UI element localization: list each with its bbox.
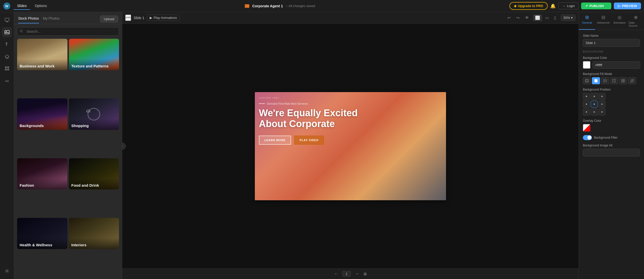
bg-color-input[interactable]	[592, 61, 640, 69]
overlay-color-swatch[interactable]	[583, 124, 590, 132]
nav-options[interactable]: Options	[31, 2, 50, 10]
slide-buttons: LEARN MORE PLAY VIDEO	[259, 136, 358, 145]
toggle-knob	[587, 136, 591, 140]
svg-point-12	[6, 270, 8, 272]
pos-bottom-left[interactable]	[583, 108, 590, 115]
list-item[interactable]: Health & Wellness	[17, 218, 67, 249]
photos-header: Stock Photos My Photos Upload	[14, 12, 122, 24]
tab-general[interactable]: ⊞ General	[579, 12, 595, 30]
nav-slides[interactable]: Slides	[14, 2, 30, 10]
device-buttons: ⬜ ▭ ▯	[533, 14, 558, 21]
undo-button[interactable]: ↩	[506, 14, 512, 21]
upload-button[interactable]: Upload	[100, 16, 118, 22]
icon-sidebar: T Aa	[0, 12, 14, 279]
slide-number: 1	[342, 271, 351, 277]
fill-mode-fit[interactable]	[583, 77, 591, 84]
list-item[interactable]: Fashion	[17, 158, 67, 190]
next-slide-button[interactable]: →	[355, 271, 359, 276]
pos-bottom-right[interactable]	[598, 108, 606, 115]
tab-my-photos[interactable]: My Photos	[43, 16, 60, 23]
pos-top-right[interactable]	[598, 93, 606, 100]
list-item[interactable]: Business and Work	[17, 39, 67, 70]
publish-button[interactable]: ↗ PUBLISH	[581, 3, 611, 9]
sidebar-item-typography[interactable]: Aa	[2, 75, 12, 86]
slide-name-input[interactable]	[583, 39, 640, 47]
bg-filter-toggle[interactable]	[583, 135, 592, 140]
more-options-button[interactable]: •••	[125, 15, 131, 21]
topbar-nav: Slides Options	[14, 2, 50, 10]
fill-mode-tile[interactable]	[619, 77, 627, 84]
pos-top-center[interactable]	[591, 93, 598, 100]
fill-modes	[583, 77, 640, 84]
play-animations-button[interactable]: ▶ Play Animations	[147, 15, 180, 21]
svg-rect-8	[7, 66, 9, 68]
preview-button[interactable]: ▷ PREVIEW	[614, 3, 641, 9]
bg-image-alt-input[interactable]	[583, 149, 640, 156]
slide-icon	[245, 4, 249, 8]
sidebar-item-settings[interactable]	[2, 266, 12, 276]
device-tablet[interactable]: ▭	[543, 14, 551, 21]
add-slide-button[interactable]: ⊕	[363, 271, 367, 277]
category-label: Texture and Patterns	[69, 59, 119, 70]
slide-canvas[interactable]: CONTENT AREA Demand First-Rate Best Serv…	[255, 92, 446, 200]
tab-animation[interactable]: ◎ Animation	[612, 12, 628, 30]
advanced-icon: ⊟	[601, 15, 605, 20]
fill-mode-fill[interactable]	[592, 77, 600, 84]
svg-rect-25	[632, 79, 634, 81]
category-label: Business and Work	[17, 59, 67, 70]
category-label: Backgrounds	[17, 118, 67, 130]
sidebar-item-media[interactable]	[2, 27, 12, 37]
list-item[interactable]: Interiors	[69, 218, 119, 249]
svg-rect-27	[632, 81, 634, 82]
sidebar-item-elements[interactable]	[2, 63, 12, 73]
list-item[interactable]: Food and Drink	[69, 158, 119, 190]
learn-more-button[interactable]: LEARN MORE	[259, 136, 291, 145]
pos-middle-right[interactable]	[598, 101, 606, 108]
tab-data-source[interactable]: ⊗ Data Source	[628, 12, 644, 30]
right-panel: ⊞ General ⊟ Advanced ◎ Animation ⊗ Data …	[579, 12, 644, 279]
search-box	[17, 27, 119, 36]
user-icon: →	[562, 4, 565, 8]
doc-title: Corporate Agent 1	[252, 4, 283, 8]
diamond-icon: ◆	[514, 4, 516, 8]
sidebar-item-layers[interactable]	[2, 51, 12, 61]
login-button[interactable]: → Login	[558, 3, 579, 9]
wordpress-logo[interactable]: W	[3, 2, 11, 10]
pos-middle-left[interactable]	[583, 101, 590, 108]
list-item[interactable]: Shopping	[69, 98, 119, 130]
list-item[interactable]: Texture and Patterns	[69, 39, 119, 70]
zoom-button[interactable]: 50% ▾	[561, 15, 576, 21]
bg-color-swatch[interactable]	[583, 61, 590, 69]
slide-text-block: Demand First-Rate Best Services We're Eq…	[259, 102, 358, 145]
redo-button[interactable]: ↪	[515, 14, 521, 21]
preview-slide-button[interactable]: 👁	[524, 15, 531, 21]
pos-bottom-center[interactable]	[591, 108, 598, 115]
device-desktop[interactable]: ⬜	[533, 14, 542, 21]
background-section-label: BACKGROUND	[583, 50, 640, 53]
svg-rect-23	[623, 81, 625, 82]
fill-mode-custom[interactable]	[628, 77, 636, 84]
tab-advanced[interactable]: ⊟ Advanced	[595, 12, 612, 30]
notifications-button[interactable]: 🔔	[550, 3, 556, 9]
list-item[interactable]: Backgrounds	[17, 98, 67, 130]
svg-rect-15	[586, 80, 588, 82]
bg-color-label: Background Color	[583, 56, 640, 60]
pos-middle-center[interactable]	[591, 101, 598, 108]
fill-mode-stretch[interactable]	[601, 77, 609, 84]
fill-mode-center[interactable]	[610, 77, 618, 84]
sidebar-item-text[interactable]: T	[2, 39, 12, 49]
bg-fill-mode-label: Background Fill Mode	[583, 72, 640, 76]
right-panel-tabs: ⊞ General ⊟ Advanced ◎ Animation ⊗ Data …	[579, 12, 644, 30]
tab-stock-photos[interactable]: Stock Photos	[18, 16, 39, 23]
device-mobile[interactable]: ▯	[552, 14, 558, 21]
prev-slide-button[interactable]: ←	[334, 271, 338, 276]
play-video-button[interactable]: PLAY VIDEO	[294, 136, 324, 145]
svg-rect-24	[631, 79, 632, 81]
upgrade-button[interactable]: ◆ Upgrade to PRO	[509, 2, 548, 10]
sidebar-item-slides[interactable]	[2, 15, 12, 25]
pos-top-left[interactable]	[583, 93, 590, 100]
collapse-panel-button[interactable]: ‹	[122, 143, 126, 150]
right-panel-body: Slide Name BACKGROUND Background Color B…	[579, 30, 644, 161]
search-input[interactable]	[17, 27, 119, 36]
svg-rect-7	[5, 66, 7, 68]
